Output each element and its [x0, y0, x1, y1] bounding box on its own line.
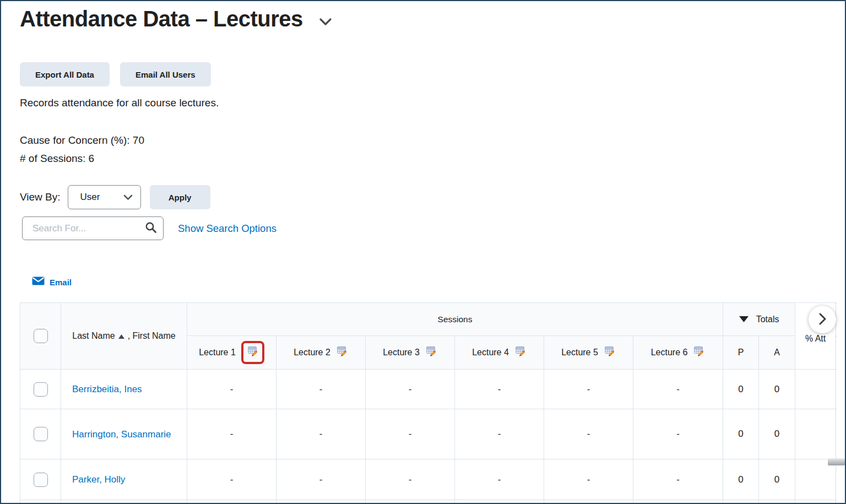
- email-link-label: Email: [50, 278, 72, 287]
- session-edit-icon[interactable]: [247, 345, 259, 360]
- session-cell: -: [455, 459, 544, 500]
- lecture-1-label: Lecture 1: [199, 348, 236, 357]
- session-cell: -: [455, 409, 544, 459]
- lecture-1-header: Lecture 1: [187, 336, 276, 370]
- session-cell: -: [544, 370, 633, 409]
- page-description: Records attendance for all course lectur…: [20, 97, 219, 109]
- envelope-icon: [32, 277, 45, 288]
- cause-for-concern-text: Cause for Concern (%): 70: [20, 131, 144, 149]
- email-selected-link[interactable]: Email: [32, 277, 72, 288]
- show-search-options-link[interactable]: Show Search Options: [178, 223, 276, 235]
- action-button-bar: Export All Data Email All Users: [20, 62, 211, 86]
- view-by-label: View By:: [20, 191, 61, 203]
- row-checkbox[interactable]: [34, 427, 48, 441]
- apply-button[interactable]: Apply: [150, 185, 210, 209]
- table-row-partial: [20, 500, 836, 504]
- session-cell: -: [276, 459, 366, 500]
- num-sessions-text: # of Sessions: 6: [20, 149, 144, 167]
- session-cell: -: [366, 370, 455, 409]
- lecture-5-label: Lecture 5: [561, 348, 598, 357]
- row-checkbox[interactable]: [34, 382, 48, 397]
- lecture-3-label: Lecture 3: [383, 348, 420, 357]
- session-edit-icon[interactable]: [693, 345, 705, 360]
- student-name-link[interactable]: Harrington, Susanmarie: [72, 429, 171, 440]
- lecture-5-header: Lecture 5: [544, 336, 633, 370]
- search-icon: [145, 221, 157, 235]
- attendance-table: Last Name , First Name Sessions Totals: [20, 302, 836, 504]
- session-cell: -: [187, 370, 276, 409]
- lecture-4-label: Lecture 4: [472, 348, 509, 357]
- table-row: Berrizbeitia, Ines - - - - - - 0 0: [20, 370, 836, 409]
- pct-attendance-cell: [795, 409, 836, 459]
- present-column-header: P: [723, 336, 759, 370]
- session-edit-icon[interactable]: [425, 345, 437, 360]
- search-row: Show Search Options: [22, 216, 276, 240]
- present-total-cell: 0: [723, 459, 759, 500]
- student-name-link[interactable]: Parker, Holly: [72, 474, 125, 485]
- triangle-down-icon: [739, 315, 749, 324]
- session-cell: -: [366, 409, 455, 459]
- lecture-6-label: Lecture 6: [651, 348, 688, 357]
- absent-total-cell: 0: [759, 409, 795, 459]
- present-total-cell: 0: [723, 409, 759, 459]
- view-by-selected-value: User: [80, 192, 123, 203]
- search-button[interactable]: [142, 219, 160, 237]
- scrollbar-thumb[interactable]: [828, 458, 845, 465]
- session-cell: -: [187, 409, 276, 459]
- pct-attendance-cell: [795, 370, 836, 409]
- session-cell: -: [455, 370, 544, 409]
- table-row: Parker, Holly - - - - - - 0 0: [20, 459, 836, 500]
- session-cell: -: [544, 409, 633, 459]
- row-checkbox[interactable]: [34, 473, 48, 487]
- session-edit-icon[interactable]: [514, 345, 527, 360]
- email-all-users-button[interactable]: Email All Users: [120, 62, 211, 86]
- name-column-header[interactable]: Last Name , First Name: [61, 303, 187, 370]
- lecture-4-header: Lecture 4: [455, 336, 544, 370]
- session-cell: -: [544, 459, 633, 500]
- page-title: Attendance Data – Lectures: [20, 4, 303, 33]
- view-by-row: View By: User Apply: [20, 185, 210, 209]
- student-name-link[interactable]: Berrizbeitia, Ines: [72, 384, 142, 394]
- sessions-group-header: Sessions: [187, 303, 723, 336]
- session-cell: -: [633, 459, 723, 500]
- last-name-sort-label: Last Name: [72, 331, 115, 341]
- sort-ascending-icon: [118, 331, 124, 341]
- search-field-wrap: [22, 216, 164, 240]
- lecture-6-header: Lecture 6: [633, 336, 723, 370]
- select-all-checkbox[interactable]: [34, 329, 48, 343]
- chevron-down-icon: [123, 192, 133, 203]
- first-name-label: , First Name: [128, 331, 176, 341]
- page-header: Attendance Data – Lectures: [20, 4, 332, 33]
- lecture-2-header: Lecture 2: [276, 336, 366, 370]
- absent-total-cell: 0: [759, 370, 795, 409]
- scroll-columns-next-button[interactable]: [809, 306, 836, 333]
- session-edit-icon[interactable]: [604, 345, 616, 360]
- table-row: Harrington, Susanmarie - - - - - - 0 0: [20, 409, 836, 459]
- session-cell: -: [276, 409, 366, 459]
- export-all-data-button[interactable]: Export All Data: [20, 62, 110, 86]
- session-cell: -: [187, 459, 276, 500]
- totals-label: Totals: [756, 315, 779, 324]
- present-total-cell: 0: [723, 370, 759, 409]
- session-cell: -: [276, 370, 366, 409]
- session-cell: -: [633, 370, 723, 409]
- lecture-3-header: Lecture 3: [366, 336, 455, 370]
- view-by-select[interactable]: User: [68, 185, 141, 209]
- session-cell: -: [366, 459, 455, 500]
- red-highlight-annotation: [241, 341, 264, 364]
- summary-block: Cause for Concern (%): 70 # of Sessions:…: [20, 131, 144, 167]
- chevron-right-icon: [819, 313, 826, 327]
- select-all-header-cell: [20, 303, 61, 370]
- session-edit-icon[interactable]: [336, 345, 348, 360]
- absent-total-cell: 0: [759, 459, 795, 500]
- totals-group-header: Totals: [723, 303, 795, 336]
- absent-column-header: A: [759, 336, 795, 370]
- session-cell: -: [633, 409, 723, 459]
- chevron-down-icon[interactable]: [319, 18, 332, 28]
- lecture-2-label: Lecture 2: [294, 348, 330, 357]
